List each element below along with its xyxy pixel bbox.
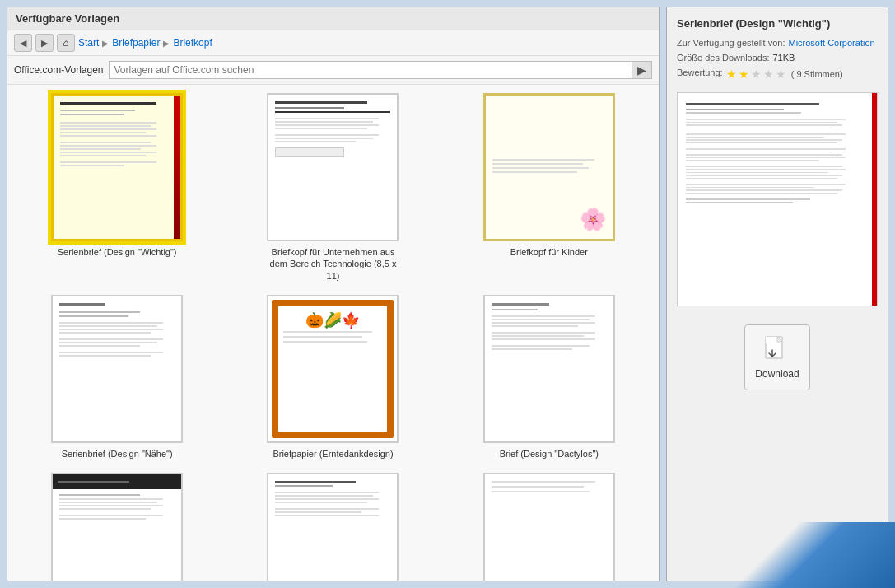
detail-title: Serienbrief (Design "Wichtig"): [677, 17, 878, 30]
rating-stars: ★ ★ ★ ★ ★ ( 9 Stimmen): [726, 68, 843, 81]
breadcrumb-briefkopf[interactable]: Briefkopf: [173, 37, 212, 49]
search-bar: Office.com-Vorlagen ▶: [7, 56, 659, 85]
detail-provider-value: Microsoft Corporation: [788, 38, 874, 48]
template-item-briefkopf-kinder[interactable]: 🌸 Briefkopf für Kinder: [448, 93, 650, 282]
search-label: Office.com-Vorlagen: [14, 64, 104, 76]
breadcrumb-sep-1: ▶: [102, 39, 109, 48]
template-item-briefpapier-ernte[interactable]: 🎃🌽🍁 Briefpapier (Erntedankdesign): [231, 295, 434, 460]
star-1: ★: [726, 68, 737, 81]
star-2: ★: [739, 68, 749, 81]
template-label-serienbrief-naehe: Serienbrief (Design "Nähe"): [62, 448, 173, 460]
template-label-briefkopf-unternehmen: Briefkopf für Unternehmen aus dem Bereic…: [267, 246, 399, 282]
nav-bar: ◀ ▶ ⌂ Start ▶ Briefpapier ▶ Briefkopf: [7, 30, 659, 56]
template-grid-wrap[interactable]: Serienbrief (Design "Wichtig"): [7, 85, 659, 581]
template-item-serienbrief-wichtig[interactable]: Serienbrief (Design "Wichtig"): [16, 93, 218, 282]
star-3: ★: [751, 68, 762, 81]
breadcrumb-start[interactable]: Start: [78, 37, 99, 49]
template-preview-large: [677, 92, 878, 306]
detail-size-value: 71KB: [773, 53, 795, 63]
template-item-briefkopf-umschlag[interactable]: EmpfängerAnschrift Briefkopf und Umschla…: [448, 473, 650, 581]
forward-button[interactable]: ▶: [35, 34, 54, 52]
template-label-brief-dactylos: Brief (Design "Dactylos"): [500, 448, 599, 460]
download-icon: [762, 335, 792, 365]
search-input-wrap: ▶: [109, 61, 653, 79]
search-go-button[interactable]: ▶: [632, 61, 652, 79]
detail-provider-label: Zur Verfügung gestellt von:: [677, 38, 785, 48]
star-5: ★: [776, 68, 786, 81]
detail-rating-label: Bewertung:: [677, 68, 723, 81]
detail-provider-row: Zur Verfügung gestellt von: Microsoft Co…: [677, 38, 878, 48]
breadcrumb: Start ▶ Briefpapier ▶ Briefkopf: [78, 37, 212, 49]
template-label-serienbrief-wichtig: Serienbrief (Design "Wichtig"): [58, 246, 177, 258]
detail-size-label: Größe des Downloads:: [677, 53, 770, 63]
votes-count: ( 9 Stimmen): [791, 69, 843, 79]
svg-rect-1: [766, 337, 777, 343]
template-item-serienbrief-naehe[interactable]: Serienbrief (Design "Nähe"): [16, 295, 218, 460]
template-item-briefkopf-stufe[interactable]: Briefkopf (mit Stufe): [231, 473, 434, 581]
download-label: Download: [755, 368, 799, 380]
detail-rating-row: Bewertung: ★ ★ ★ ★ ★ ( 9 Stimmen): [677, 68, 878, 81]
star-4: ★: [763, 68, 774, 81]
download-button-wrap: Download: [677, 324, 878, 390]
preview-content: [678, 93, 877, 306]
breadcrumb-sep-2: ▶: [163, 39, 170, 48]
detail-size-row: Größe des Downloads: 71KB: [677, 53, 878, 63]
template-label-briefpapier-ernte: Briefpapier (Erntedankdesign): [273, 448, 393, 460]
back-button[interactable]: ◀: [14, 34, 32, 52]
search-input[interactable]: [109, 61, 633, 79]
template-item-serienbrief-schwarzes[interactable]: Serienbrief (Design "Schwarzes Band"): [16, 473, 218, 581]
template-item-brief-dactylos[interactable]: Brief (Design "Dactylos"): [448, 295, 650, 460]
home-button[interactable]: ⌂: [57, 34, 75, 52]
breadcrumb-briefpapier[interactable]: Briefpapier: [112, 37, 160, 49]
template-grid: Serienbrief (Design "Wichtig"): [16, 93, 650, 581]
preview-red-bar: [872, 93, 877, 306]
panel-title: Verfügbare Vorlagen: [7, 7, 659, 30]
right-panel: Serienbrief (Design "Wichtig") Zur Verfü…: [666, 7, 888, 581]
left-panel: Verfügbare Vorlagen ◀ ▶ ⌂ Start ▶ Briefp…: [7, 7, 660, 581]
download-button[interactable]: Download: [744, 324, 810, 390]
template-label-briefkopf-kinder: Briefkopf für Kinder: [510, 246, 588, 258]
template-item-briefkopf-unternehmen[interactable]: Briefkopf für Unternehmen aus dem Bereic…: [231, 93, 434, 282]
